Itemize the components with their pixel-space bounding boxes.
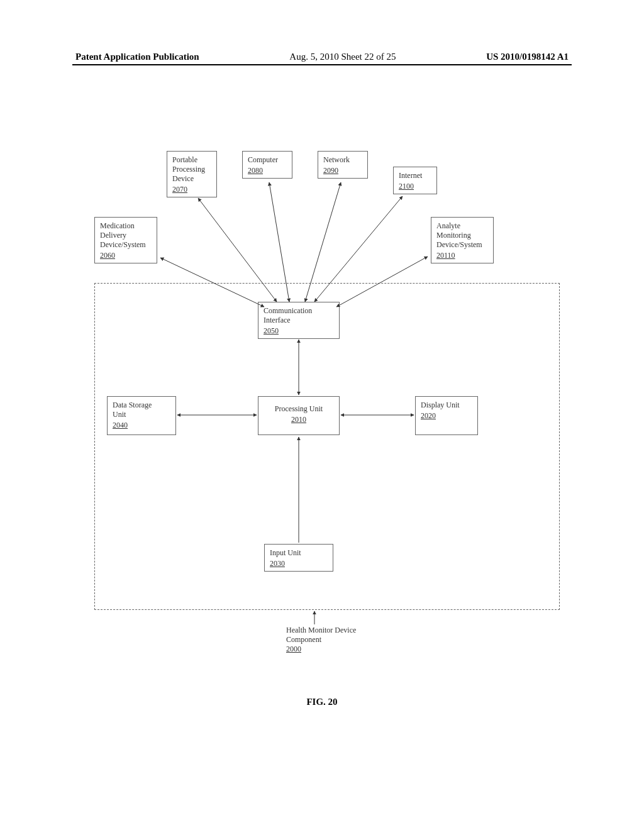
- box-portable: Portable Processing Device 2070: [167, 151, 217, 197]
- box-storage-ref: 2040: [113, 421, 170, 430]
- box-input-label: Input Unit: [270, 548, 301, 557]
- box-internet-ref: 2100: [399, 182, 431, 191]
- box-comm: Communication Interface 2050: [258, 302, 340, 339]
- box-display-ref: 2020: [421, 411, 472, 421]
- box-storage-label: Data Storage Unit: [113, 401, 152, 419]
- diagram-area: Portable Processing Device 2070 Computer…: [88, 151, 566, 667]
- health-monitor-text: Health Monitor Device Component: [286, 626, 356, 644]
- health-monitor-label: Health Monitor Device Component 2000: [286, 626, 356, 654]
- health-monitor-ref: 2000: [286, 645, 356, 654]
- box-medication-label: Medication Delivery Device/System: [100, 221, 146, 249]
- box-comm-ref: 2050: [264, 326, 334, 336]
- box-computer: Computer 2080: [242, 151, 292, 179]
- box-network: Network 2090: [318, 151, 368, 179]
- box-processing-ref: 2010: [264, 415, 334, 424]
- box-display-label: Display Unit: [421, 401, 460, 409]
- page-header: Patent Application Publication Aug. 5, 2…: [0, 52, 644, 62]
- box-processing: Processing Unit 2010: [258, 396, 340, 435]
- figure-caption: FIG. 20: [0, 697, 644, 707]
- header-left: Patent Application Publication: [75, 52, 199, 62]
- box-network-ref: 2090: [323, 166, 362, 175]
- box-internet: Internet 2100: [393, 167, 437, 194]
- header-mid: Aug. 5, 2010 Sheet 22 of 25: [289, 52, 396, 62]
- box-analyte-ref: 20110: [436, 251, 488, 260]
- header-right: US 2010/0198142 A1: [486, 52, 569, 62]
- header-rule: [72, 64, 572, 65]
- box-processing-label: Processing Unit: [275, 404, 323, 413]
- box-input: Input Unit 2030: [264, 544, 333, 572]
- box-computer-label: Computer: [248, 155, 278, 164]
- box-portable-label: Portable Processing Device: [172, 155, 205, 183]
- box-analyte-label: Analyte Monitoring Device/System: [436, 221, 482, 249]
- box-input-ref: 2030: [270, 559, 328, 568]
- box-comm-label: Communication Interface: [264, 306, 312, 324]
- box-computer-ref: 2080: [248, 166, 287, 175]
- box-analyte: Analyte Monitoring Device/System 20110: [431, 217, 494, 263]
- box-storage: Data Storage Unit 2040: [107, 396, 176, 435]
- box-medication-ref: 2060: [100, 251, 152, 260]
- box-medication: Medication Delivery Device/System 2060: [94, 217, 157, 263]
- box-portable-ref: 2070: [172, 185, 211, 194]
- box-internet-label: Internet: [399, 171, 422, 180]
- box-display: Display Unit 2020: [415, 396, 478, 435]
- box-network-label: Network: [323, 155, 350, 164]
